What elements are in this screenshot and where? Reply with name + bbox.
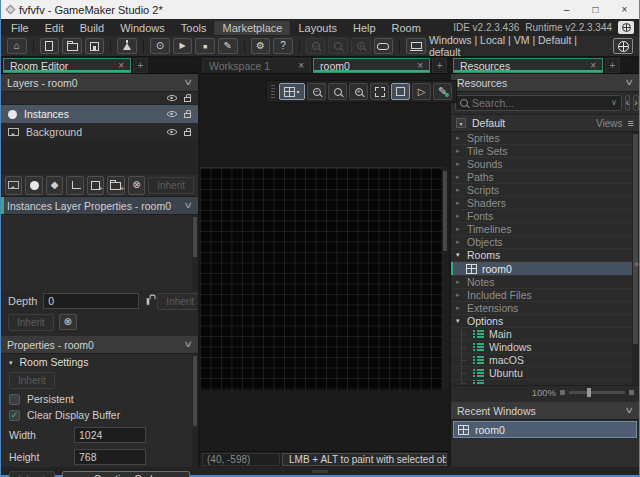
height-input[interactable] (74, 449, 146, 465)
recent-windows-header[interactable]: Recent Windows (451, 402, 639, 420)
help-button[interactable] (273, 38, 293, 54)
close-icon[interactable] (590, 61, 596, 71)
menu-tools[interactable]: Tools (173, 21, 215, 35)
clear-display-buffer-checkbox[interactable] (9, 410, 20, 421)
resource-root-row[interactable]: ▾ Default Views (451, 115, 639, 132)
lock-icon[interactable] (184, 113, 191, 118)
creation-code-button[interactable]: Creation Code (62, 471, 190, 477)
target-button[interactable] (613, 38, 633, 54)
scrollbar[interactable] (192, 354, 198, 467)
menu-room[interactable]: Room (384, 21, 429, 35)
tree-item-options-macos[interactable]: macOS (451, 354, 639, 367)
tree-item-extensions[interactable]: Extensions (451, 302, 639, 315)
tab-room0[interactable]: room0 (313, 58, 430, 73)
tree-item-options-main[interactable]: Main (451, 328, 639, 341)
add-layer-button[interactable] (87, 176, 104, 195)
debug-button[interactable] (150, 38, 170, 54)
lock-icon[interactable] (184, 97, 191, 102)
settings-button[interactable] (251, 38, 271, 54)
search-prev-button[interactable] (625, 95, 630, 111)
width-input[interactable] (74, 427, 146, 443)
menu-file[interactable]: File (3, 21, 37, 35)
tree-item-paths[interactable]: Paths (451, 171, 639, 184)
room-zoom-in-button[interactable]: + (349, 83, 368, 100)
device-manager-button[interactable] (406, 38, 426, 54)
scrollbar[interactable] (192, 215, 198, 291)
target-config-text[interactable]: Windows | Local | VM | Default | default (429, 34, 608, 58)
tree-item-room0[interactable]: room0 (451, 262, 639, 276)
zoom-slider[interactable] (569, 391, 625, 394)
search-input[interactable] (472, 97, 607, 109)
search-next-button[interactable] (633, 95, 638, 111)
persistent-checkbox[interactable] (9, 394, 20, 405)
panel-collapse-icon[interactable] (634, 260, 639, 269)
search-options-chevron-icon[interactable] (611, 99, 617, 107)
new-project-button[interactable] (40, 38, 60, 54)
lock-icon[interactable] (184, 131, 191, 136)
add-tab-button[interactable] (133, 58, 148, 73)
views-label[interactable]: Views (596, 118, 623, 129)
add-tab-button[interactable] (605, 58, 620, 73)
add-layer-folder-button[interactable] (107, 176, 124, 195)
room-zoom-reset-button[interactable] (328, 83, 347, 100)
tree-item-included-files[interactable]: Included Files (451, 289, 639, 302)
add-tab-button[interactable] (432, 58, 447, 73)
room-settings-row[interactable]: Room Settings (9, 356, 190, 368)
clear-inheritance-button[interactable] (59, 314, 77, 330)
tree-item-fonts[interactable]: Fonts (451, 210, 639, 223)
layers-header[interactable]: Layers - room0 (1, 74, 198, 92)
grid-settings-button[interactable] (279, 83, 305, 100)
close-button[interactable]: × (610, 0, 639, 19)
layer-row-background[interactable]: Background (1, 123, 198, 141)
drag-handle[interactable] (271, 85, 275, 99)
add-instance-layer-button[interactable] (25, 176, 42, 195)
gamepad-button[interactable] (374, 38, 394, 54)
paint-mode-button[interactable] (433, 83, 452, 100)
collapse-all-icon[interactable]: ▾ (456, 118, 466, 128)
room-grid[interactable] (200, 167, 442, 390)
tab-resources[interactable]: Resources (453, 58, 603, 73)
add-tile-layer-button[interactable] (66, 176, 83, 195)
tree-item-shaders[interactable]: Shaders (451, 197, 639, 210)
tree-item-sprites[interactable]: Sprites (451, 132, 639, 145)
properties-header[interactable]: Properties - room0 (1, 336, 198, 354)
tree-item-sounds[interactable]: Sounds (451, 158, 639, 171)
close-icon[interactable] (417, 61, 423, 71)
visibility-icon[interactable] (167, 129, 177, 135)
menu-marketplace[interactable]: Marketplace (214, 21, 290, 35)
search-box[interactable] (455, 95, 622, 111)
instances-layer-properties-header[interactable]: Instances Layer Properties - room0 (1, 197, 198, 215)
recent-window-room0[interactable]: room0 (453, 421, 637, 438)
menu-edit[interactable]: Edit (37, 21, 72, 35)
tree-item-notes[interactable]: Notes (451, 276, 639, 289)
visibility-icon[interactable] (167, 95, 177, 101)
save-project-button[interactable] (85, 38, 105, 54)
tree-item-options-ubuntu[interactable]: Ubuntu (451, 367, 639, 380)
tree-item-clipped[interactable] (451, 380, 639, 385)
run-button[interactable] (173, 38, 193, 54)
tree-item-timelines[interactable]: Timelines (451, 223, 639, 236)
tab-room-editor[interactable]: Room Editor (3, 58, 131, 73)
stop-button[interactable] (195, 38, 215, 54)
menu-layouts[interactable]: Layouts (290, 21, 345, 35)
slider-thumb[interactable] (587, 388, 591, 397)
tree-item-options-windows[interactable]: Windows (451, 341, 639, 354)
selection-mode-button[interactable] (391, 83, 410, 100)
open-project-button[interactable] (62, 38, 82, 54)
fit-to-screen-button[interactable] (370, 83, 389, 100)
menu-icon[interactable] (628, 118, 634, 129)
add-asset-layer-button[interactable] (46, 176, 63, 195)
maximize-button[interactable]: □ (581, 0, 610, 19)
menu-windows[interactable]: Windows (112, 21, 173, 35)
canvas-scrollbar[interactable] (442, 167, 449, 390)
preview-button[interactable] (412, 83, 431, 100)
target-manager-icon[interactable] (618, 21, 634, 34)
visibility-icon[interactable] (167, 111, 177, 117)
menu-build[interactable]: Build (72, 21, 112, 35)
room-canvas[interactable]: − + (200, 74, 449, 451)
add-background-layer-button[interactable] (5, 176, 22, 195)
lock-icon[interactable] (147, 298, 150, 305)
tree-item-rooms[interactable]: Rooms (451, 249, 639, 262)
layer-row-instances[interactable]: Instances (1, 105, 198, 123)
tree-item-options[interactable]: Options (451, 315, 639, 328)
